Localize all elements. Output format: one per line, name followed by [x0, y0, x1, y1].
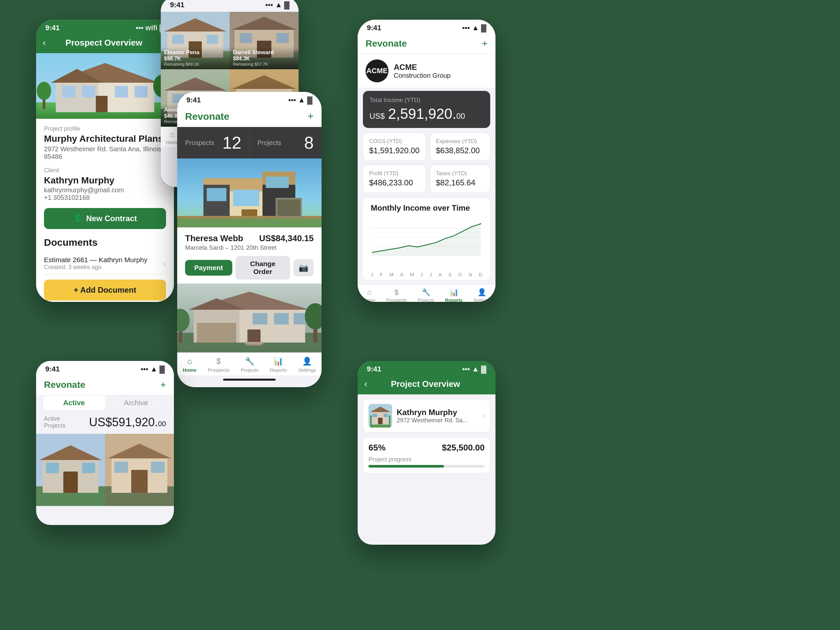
- proj-thumb-1[interactable]: [36, 434, 105, 506]
- svg-rect-98: [384, 414, 388, 417]
- nav-reports-4[interactable]: 📊 Reports: [270, 357, 287, 373]
- action-buttons: Payment Change Order 📷: [185, 256, 314, 279]
- svg-rect-96: [378, 418, 382, 424]
- nav-home-label-3: Home: [363, 298, 375, 302]
- wifi-icon: ▲: [275, 1, 282, 9]
- svg-rect-97: [373, 414, 377, 417]
- home-icon: ⌂: [170, 130, 175, 139]
- nav-prospects-4[interactable]: $ Prospects: [208, 357, 230, 373]
- doc-date: Created: 3 weeks ago: [44, 264, 147, 271]
- card-remaining-2: Remaining $57.7K: [233, 62, 295, 66]
- main-project-card[interactable]: Theresa Webb US$84,340.15 Marcela Sardi …: [177, 158, 322, 284]
- cogs-value: $1,591,920.00: [369, 146, 420, 155]
- nav-settings-4[interactable]: 👤 Settings: [298, 357, 316, 373]
- tab-archive[interactable]: Archive: [105, 395, 167, 411]
- nav-projects-3[interactable]: 🔧 Projects: [418, 288, 434, 302]
- metrics-grid: COGS (YTD) $1,591,920.00 Expenses (YTD) …: [363, 133, 490, 193]
- second-project-card[interactable]: [177, 284, 322, 352]
- expenses-value: $638,852.00: [436, 146, 484, 155]
- camera-button[interactable]: 📷: [293, 259, 314, 276]
- svg-rect-27: [240, 33, 252, 43]
- status-icons-3: ▪▪▪ ▲ ▓: [462, 24, 486, 32]
- document-item[interactable]: Estimate 2661 — Kathryn Murphy Created: …: [44, 253, 166, 274]
- cogs-card: COGS (YTD) $1,591,920.00: [363, 133, 426, 161]
- ap-active-label: Active: [44, 415, 65, 422]
- battery-icon: ▓: [481, 365, 486, 373]
- nav-home-4[interactable]: ⌂ Home: [183, 357, 197, 373]
- status-bar-1: 9:41 ▪▪▪ wifi ▓: [36, 20, 174, 35]
- tabs: Active Archive: [43, 395, 167, 411]
- nav-projects-4[interactable]: 🔧 Projects: [241, 357, 259, 373]
- revonate-logo-3: Revonate: [366, 38, 407, 49]
- status-icons-6: ▪▪▪ ▲ ▓: [462, 365, 486, 373]
- client-card-6[interactable]: Kathryn Murphy 2972 Westheimer Rd. Sa...…: [363, 399, 490, 433]
- nav-settings-3[interactable]: 👤 Settings: [474, 288, 490, 302]
- company-row: ACME ACME Construction Group: [358, 54, 496, 88]
- documents-title: Documents: [44, 237, 166, 248]
- status-icons-2: ▪▪▪ ▲ ▓: [265, 1, 289, 9]
- nav-home-label-4: Home: [183, 367, 197, 373]
- project-sub: Marcela Sardi – 1201 20th Street: [185, 244, 314, 251]
- project-card-eleanor[interactable]: Eleanor Pena $98.7K Remaining $69.1K: [161, 12, 230, 69]
- client-row: Kathryn Murphy kathrynmurphy@gmail.com +…: [44, 175, 166, 208]
- project-card-darrell[interactable]: Darrell Steward $84.3K Remaining $57.7K: [230, 12, 298, 69]
- card-amount-2: $84.3K: [233, 56, 250, 62]
- profit-card: Profit (YTD) $486,233.00: [363, 165, 426, 193]
- tab-active[interactable]: Active: [43, 395, 105, 411]
- svg-rect-89: [131, 470, 148, 493]
- phone-project-overview-6: 9:41 ▪▪▪ ▲ ▓ ‹ Project Overview Kathryn …: [358, 361, 496, 545]
- projects-icon-4: 🔧: [245, 357, 255, 366]
- nav-reports-label-4: Reports: [270, 367, 287, 373]
- signal-icon: ▪▪▪: [462, 24, 470, 32]
- client-thumbnail-6: [368, 404, 392, 428]
- change-order-button[interactable]: Change Order: [235, 256, 290, 279]
- client-chevron-6: ›: [482, 411, 485, 420]
- chart-area: [371, 217, 482, 270]
- back-button[interactable]: ‹: [43, 38, 46, 48]
- svg-rect-67: [197, 323, 236, 343]
- svg-rect-21: [207, 35, 218, 44]
- nav-home-label-2: Home: [166, 140, 178, 145]
- signal-icon: ▪▪▪: [141, 365, 148, 373]
- add-button-3[interactable]: +: [482, 38, 488, 49]
- card-overlay-1: Eleanor Pena $98.7K Remaining $69.1K: [161, 47, 230, 69]
- add-button-4[interactable]: +: [308, 110, 314, 122]
- nav-home-2[interactable]: ⌂ Home: [166, 130, 178, 145]
- svg-rect-55: [266, 177, 289, 188]
- add-document-button[interactable]: + Add Document: [44, 279, 166, 300]
- nav-reports-3[interactable]: 📊 Reports: [445, 288, 463, 302]
- chart-months: JFM AMJ JAS OND: [371, 272, 482, 277]
- nav-projects-label-4: Projects: [241, 367, 259, 373]
- back-button-6[interactable]: ‹: [364, 379, 367, 389]
- svg-rect-10: [96, 96, 107, 112]
- status-bar-6: 9:41 ▪▪▪ ▲ ▓: [358, 361, 496, 376]
- nav-prospects-label-3: Prospects: [386, 298, 407, 302]
- wifi-icon: ▲: [298, 96, 305, 104]
- nav-home-3[interactable]: ⌂ Home: [363, 288, 375, 302]
- status-time-2: 9:41: [170, 1, 185, 9]
- ap-amount: US$591,920.00: [89, 415, 166, 429]
- client-phone: +1 3053102168: [44, 194, 124, 202]
- svg-point-14: [37, 82, 51, 100]
- project-overview-header-6: ‹ Project Overview: [358, 376, 496, 395]
- progress-pct: 65%: [368, 443, 385, 453]
- ap-projects-label: Projects: [44, 422, 65, 429]
- projects-icon-3: 🔧: [422, 288, 431, 297]
- projects-count: 8: [304, 133, 314, 153]
- company-name: ACME: [394, 63, 450, 72]
- bottom-nav-4: ⌂ Home $ Prospects 🔧 Projects 📊 Reports …: [177, 352, 322, 375]
- nav-projects-label-3: Projects: [418, 298, 434, 302]
- prospects-bar: Prospects 12 Projects 8: [177, 127, 322, 158]
- svg-rect-8: [115, 86, 128, 98]
- add-button-5[interactable]: +: [160, 379, 166, 390]
- status-bar-2: 9:41 ▪▪▪ ▲ ▓: [161, 0, 298, 12]
- income-currency: US$: [369, 112, 385, 120]
- proj-thumb-2[interactable]: [105, 434, 174, 506]
- expenses-label: Expenses (YTD): [436, 138, 484, 145]
- nav-reports-label-3: Reports: [445, 298, 463, 302]
- payment-button[interactable]: Payment: [185, 260, 232, 276]
- status-icons-4: ▪▪▪ ▲ ▓: [289, 96, 313, 104]
- nav-prospects-3[interactable]: $ Prospects: [386, 288, 407, 302]
- new-contract-button[interactable]: 💲 New Contract: [44, 208, 166, 229]
- revonate-header-5: Revonate +: [36, 376, 174, 395]
